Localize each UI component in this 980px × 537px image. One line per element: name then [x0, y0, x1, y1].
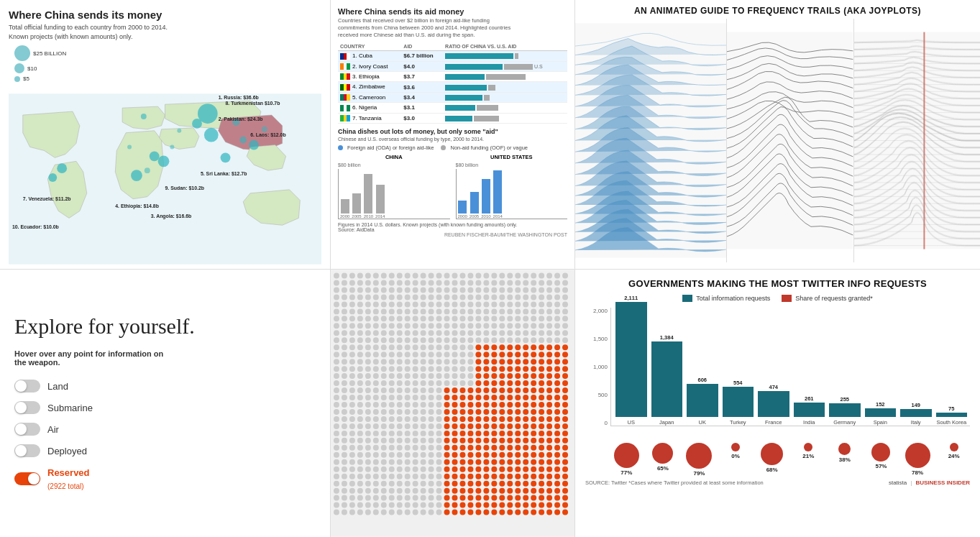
svg-point-327: [349, 330, 355, 336]
svg-point-1045: [475, 488, 481, 494]
svg-point-532: [421, 402, 426, 408]
svg-point-124: [405, 280, 411, 286]
svg-point-258: [515, 308, 521, 314]
svg-point-118: [357, 280, 363, 286]
svg-point-135: [491, 280, 497, 286]
svg-point-930: [452, 438, 458, 444]
svg-point-395: [413, 344, 418, 350]
svg-point-650: [357, 467, 363, 472]
svg-rect-49: [347, 115, 350, 121]
svg-point-511: [365, 395, 371, 400]
svg-point-496: [357, 387, 363, 393]
svg-point-506: [436, 387, 442, 393]
bar-2010: 2010: [364, 174, 373, 219]
us-bar-chart: 2000 2005 2010 2014: [456, 169, 568, 219]
svg-point-627: [397, 452, 403, 458]
svg-point-1069: [539, 495, 544, 501]
svg-point-998: [483, 467, 489, 472]
percentage-circle: [614, 443, 639, 468]
percentage-circle: [804, 443, 812, 451]
svg-point-561: [429, 416, 434, 422]
svg-point-540: [373, 409, 379, 415]
svg-point-956: [531, 445, 536, 451]
svg-point-866: [452, 409, 458, 415]
svg-point-502: [405, 387, 411, 393]
svg-point-125: [413, 280, 418, 286]
svg-point-840: [499, 395, 505, 400]
svg-point-259: [523, 308, 528, 314]
svg-point-996: [467, 467, 473, 472]
toggle-item-land[interactable]: Land: [14, 380, 316, 393]
china-map-subtitle: Total official funding to each country f…: [9, 23, 321, 41]
svg-point-399: [444, 344, 450, 350]
svg-point-1091: [459, 510, 465, 515]
toggle-switch-land[interactable]: [14, 380, 40, 393]
svg-point-974: [546, 452, 552, 458]
svg-point-1096: [499, 510, 505, 515]
svg-point-988: [531, 459, 536, 465]
legend-foreign-label: Foreign aid (ODA) or foreign aid-like: [347, 144, 434, 151]
svg-point-747: [491, 344, 497, 350]
svg-point-966: [483, 452, 489, 458]
svg-point-410: [389, 352, 395, 357]
svg-point-949: [475, 445, 481, 451]
circle-group-italy: 78%: [902, 443, 934, 477]
svg-point-242: [389, 308, 395, 314]
svg-point-328: [357, 330, 363, 336]
circle-group-france: 68%: [756, 443, 788, 477]
svg-point-653: [381, 467, 387, 472]
bar-group-turkey: 554Turkey: [723, 380, 754, 426]
svg-point-253: [475, 308, 481, 314]
svg-point-154: [405, 287, 411, 293]
svg-point-336: [421, 330, 426, 336]
svg-point-1022: [546, 474, 552, 479]
table-row: 6. Nigeria: [338, 103, 401, 113]
svg-point-302: [389, 323, 395, 329]
svg-point-248: [436, 308, 442, 314]
svg-point-224: [483, 301, 489, 307]
svg-point-439: [334, 366, 339, 372]
toggle-item-air[interactable]: Air: [14, 423, 316, 436]
svg-point-1034: [515, 481, 521, 487]
toggle-switch-submarine[interactable]: [14, 401, 40, 414]
svg-point-435: [444, 359, 450, 364]
svg-point-321: [539, 323, 544, 329]
svg-point-209: [365, 301, 371, 307]
svg-point-970: [515, 452, 521, 458]
svg-point-1027: [459, 481, 465, 487]
svg-point-216: [421, 301, 426, 307]
svg-point-280: [452, 316, 458, 321]
toggle-item-submarine[interactable]: Submarine: [14, 401, 316, 414]
svg-point-426: [373, 359, 379, 364]
toggle-item-deployed[interactable]: Deployed: [14, 444, 316, 457]
col-country: COUNTRY: [338, 42, 401, 51]
svg-point-687: [429, 481, 434, 487]
toggle-switch-deployed[interactable]: [14, 444, 40, 457]
bar-group-us: 2,111US: [615, 295, 647, 426]
svg-point-223: [475, 301, 481, 307]
svg-point-676: [342, 481, 347, 487]
toggle-switch-air[interactable]: [14, 423, 40, 436]
svg-point-441: [349, 366, 355, 372]
svg-rect-39: [344, 84, 347, 91]
svg-point-478: [357, 380, 363, 386]
svg-point-831: [554, 387, 560, 393]
y-tick: 2,000: [593, 308, 608, 314]
svg-point-751: [523, 344, 528, 350]
svg-point-648: [342, 467, 347, 472]
svg-point-388: [357, 344, 363, 350]
svg-point-566: [357, 423, 363, 429]
toggle-item-reserved[interactable]: Reserved(2922 total): [14, 466, 316, 492]
legend-5b: $5: [14, 75, 66, 82]
world-map: 8. Turkmenistan $10.7b 1. Russia: $36.6b…: [9, 86, 321, 270]
svg-point-1100: [531, 510, 536, 515]
svg-point-888: [499, 416, 505, 422]
svg-point-212: [389, 301, 395, 307]
svg-point-189: [444, 294, 450, 300]
svg-point-1088: [562, 502, 568, 508]
toggle-switch-reserved[interactable]: [14, 472, 40, 485]
svg-point-918: [483, 431, 489, 436]
svg-point-735: [365, 510, 371, 515]
svg-rect-41: [340, 94, 344, 101]
svg-point-902: [483, 423, 489, 429]
